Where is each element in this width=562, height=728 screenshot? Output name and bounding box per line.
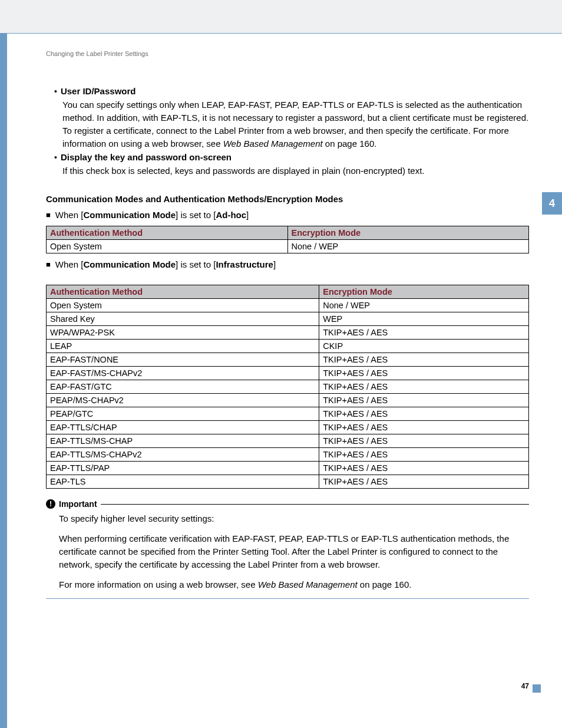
cell-enc: TKIP+AES / AES — [319, 407, 529, 421]
cell-auth: EAP-TLS — [47, 475, 319, 489]
section-heading: Communication Modes and Authentication M… — [46, 194, 529, 204]
bullet-body: If this check box is selected, keys and … — [62, 164, 529, 177]
text-bold: Communication Mode — [83, 259, 176, 269]
cell-auth: PEAP/MS-CHAPv2 — [47, 394, 319, 407]
table-row: Open System None / WEP — [47, 240, 529, 253]
cell-enc: CKIP — [319, 340, 529, 353]
cell-auth: EAP-TTLS/PAP — [47, 462, 319, 475]
text-bold: Communication Mode — [83, 210, 176, 220]
cell-auth: LEAP — [47, 340, 319, 353]
mode-adhoc-row: ■ When [Communication Mode] is set to [A… — [46, 210, 529, 220]
table-row: EAP-TTLS/CHAPTKIP+AES / AES — [47, 421, 529, 434]
bullet-display-key: • Display the key and password on-screen… — [46, 151, 529, 177]
bullet-dot-icon: • — [54, 85, 57, 97]
table-adhoc: Authentication Method Encryption Mode Op… — [46, 226, 529, 253]
breadcrumb: Changing the Label Printer Settings — [46, 50, 529, 57]
text: ] — [246, 210, 249, 220]
cell-auth: PEAP/GTC — [47, 407, 319, 421]
table-row: EAP-FAST/GTCTKIP+AES / AES — [47, 380, 529, 394]
cell-enc: TKIP+AES / AES — [319, 367, 529, 380]
cell-enc: None / WEP — [319, 299, 529, 312]
text: When [ — [55, 210, 84, 220]
text: For more information on using a web brow… — [59, 579, 258, 589]
top-bar — [0, 0, 562, 33]
text: on page 160. — [358, 579, 412, 589]
cell-enc: WEP — [319, 312, 529, 326]
table-row: EAP-FAST/MS-CHAPv2TKIP+AES / AES — [47, 367, 529, 380]
table-row: Open SystemNone / WEP — [47, 299, 529, 312]
th-enc: Encryption Mode — [319, 285, 529, 299]
bullet-user-id-password: • User ID/Password You can specify setti… — [46, 85, 529, 150]
important-p3: For more information on using a web brow… — [59, 578, 529, 591]
table-row: PEAP/MS-CHAPv2TKIP+AES / AES — [47, 394, 529, 407]
text: When [ — [55, 259, 84, 269]
cell-enc: TKIP+AES / AES — [319, 394, 529, 407]
important-callout: ! Important To specify higher level secu… — [46, 499, 529, 599]
cell-enc: TKIP+AES / AES — [319, 353, 529, 367]
text: ] — [273, 259, 276, 269]
cell-auth: EAP-TTLS/MS-CHAPv2 — [47, 448, 319, 462]
bullet-dot-icon: • — [54, 151, 57, 163]
table-row: EAP-TTLS/PAPTKIP+AES / AES — [47, 462, 529, 475]
square-bullet-icon: ■ — [46, 210, 51, 219]
table-row: PEAP/GTCTKIP+AES / AES — [47, 407, 529, 421]
text: ] is set to [ — [176, 210, 216, 220]
side-accent — [0, 33, 7, 728]
table-row: EAP-FAST/NONETKIP+AES / AES — [47, 353, 529, 367]
cell-auth: EAP-FAST/GTC — [47, 380, 319, 394]
bullet-body: You can specify settings only when LEAP,… — [62, 98, 529, 150]
th-auth: Authentication Method — [47, 285, 319, 299]
cell-auth: EAP-TTLS/MS-CHAP — [47, 434, 319, 448]
cell-auth: Shared Key — [47, 312, 319, 326]
cell-enc: TKIP+AES / AES — [319, 448, 529, 462]
cell-auth: Open System — [47, 240, 288, 253]
cell-enc: TKIP+AES / AES — [319, 380, 529, 394]
text-bold: Ad-hoc — [216, 210, 246, 220]
text-italic: Web Based Management — [258, 579, 358, 589]
cell-enc: TKIP+AES / AES — [319, 434, 529, 448]
table-header-row: Authentication Method Encryption Mode — [47, 226, 529, 240]
table-row: LEAPCKIP — [47, 340, 529, 353]
cell-auth: EAP-FAST/MS-CHAPv2 — [47, 367, 319, 380]
square-bullet-icon: ■ — [46, 260, 51, 269]
important-rule — [101, 504, 529, 505]
table-row: EAP-TTLS/MS-CHAPv2TKIP+AES / AES — [47, 448, 529, 462]
text-bold: Infrastructure — [216, 259, 273, 269]
cell-auth: EAP-TTLS/CHAP — [47, 421, 319, 434]
cell-enc: TKIP+AES / AES — [319, 326, 529, 340]
table-row: EAP-TLSTKIP+AES / AES — [47, 475, 529, 489]
important-end-rule — [46, 598, 529, 599]
page-content: Changing the Label Printer Settings • Us… — [46, 50, 529, 599]
body-italic: Web Based Management — [223, 139, 323, 149]
important-icon: ! — [46, 499, 55, 509]
body-post: on page 160. — [323, 139, 377, 149]
cell-auth: Open System — [47, 299, 319, 312]
table-row: EAP-TTLS/MS-CHAPTKIP+AES / AES — [47, 434, 529, 448]
text: ] is set to [ — [176, 259, 216, 269]
cell-auth: EAP-FAST/NONE — [47, 353, 319, 367]
table-row: Shared KeyWEP — [47, 312, 529, 326]
table-infrastructure: Authentication Method Encryption Mode Op… — [46, 285, 529, 489]
cell-auth: WPA/WPA2-PSK — [47, 326, 319, 340]
th-enc: Encryption Mode — [287, 226, 529, 240]
cell-enc: TKIP+AES / AES — [319, 462, 529, 475]
important-p2: When performing certificate verification… — [59, 532, 529, 571]
cell-enc: TKIP+AES / AES — [319, 475, 529, 489]
table-header-row: Authentication Method Encryption Mode — [47, 285, 529, 299]
bullet-title: Display the key and password on-screen — [61, 151, 232, 163]
top-rule — [7, 33, 562, 34]
th-auth: Authentication Method — [47, 226, 288, 240]
important-label: Important — [59, 499, 97, 509]
page-number: 47 — [521, 682, 529, 690]
cell-enc: TKIP+AES / AES — [319, 421, 529, 434]
page-number-accent — [533, 684, 541, 693]
table-row: WPA/WPA2-PSKTKIP+AES / AES — [47, 326, 529, 340]
mode-infrastructure-row: ■ When [Communication Mode] is set to [I… — [46, 259, 529, 269]
chapter-tab: 4 — [542, 192, 562, 215]
bullet-title: User ID/Password — [61, 85, 136, 97]
important-p1: To specify higher level security setting… — [59, 512, 529, 525]
cell-enc: None / WEP — [287, 240, 529, 253]
